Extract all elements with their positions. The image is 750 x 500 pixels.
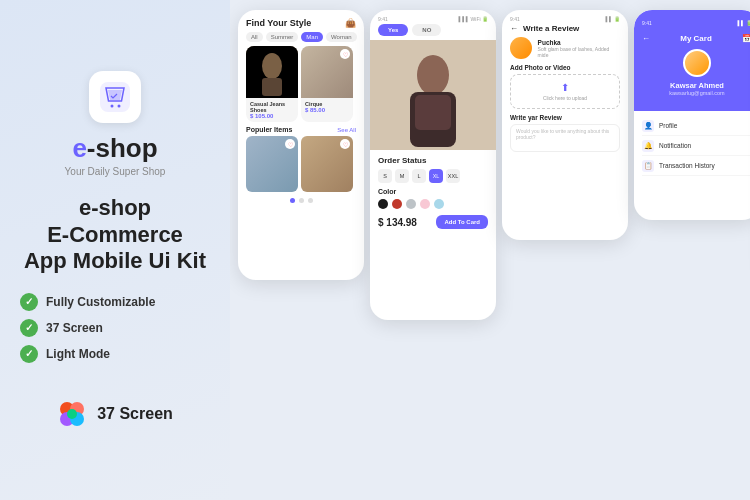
svg-point-7 <box>67 409 77 419</box>
phone3-header: 9:41 ▌▌ 🔋 <box>502 10 628 24</box>
emoji-icon: 👜 <box>345 18 356 28</box>
nav-dot-3[interactable] <box>308 198 313 203</box>
profile-back-icon[interactable]: ← <box>642 34 650 43</box>
color-pink[interactable] <box>420 199 430 209</box>
color-black[interactable] <box>378 199 388 209</box>
feature-item: ✓ Fully Customizable <box>20 293 210 311</box>
popular-cards: ♡ ♡ <box>238 136 364 192</box>
find-style-title: Find Your Style <box>246 18 311 28</box>
svg-rect-14 <box>415 95 451 130</box>
notification-icon: 🔔 <box>642 140 654 152</box>
product-image-1: ♡ <box>246 46 298 98</box>
see-all-link[interactable]: See All <box>337 127 356 133</box>
phone-order-status: 9:41 ▌▌▌ WiFi 🔋 Yes NO Order Status S M … <box>370 10 496 320</box>
menu-item-profile[interactable]: 👤 Profile <box>642 116 750 136</box>
review-title: Write a Review <box>523 24 579 33</box>
write-label: Write yar Review <box>502 114 628 124</box>
add-photo-label: Add Photo or Video <box>502 64 628 74</box>
back-arrow-icon[interactable]: ← <box>510 24 518 33</box>
nav-dot-2[interactable] <box>299 198 304 203</box>
menu-transaction-label: Transaction History <box>659 162 715 169</box>
phones-container: Find Your Style 👜 All Summer Man Woman ♡ <box>230 0 750 500</box>
popular-card-2[interactable]: ♡ <box>301 136 353 192</box>
product-card-1[interactable]: ♡ Casual Jeans Shoes $ 105.00 <box>246 46 298 122</box>
feature-item: ✓ Light Mode <box>20 345 210 363</box>
features-list: ✓ Fully Customizable ✓ 37 Screen ✓ Light… <box>20 293 210 371</box>
size-l[interactable]: L <box>412 169 426 183</box>
product-hero-image <box>370 40 496 150</box>
phone2-statusbar: 9:41 ▌▌▌ WiFi 🔋 <box>370 10 496 24</box>
order-status-title: Order Status <box>378 156 488 165</box>
figma-icon <box>57 399 87 429</box>
size-xl[interactable]: XL <box>429 169 443 183</box>
heart-popular-2[interactable]: ♡ <box>340 139 350 149</box>
product-price: $ 134.98 <box>378 217 417 228</box>
reviewer-info: Puchka Soft glam base of lashes, Added m… <box>538 39 620 58</box>
phone1-header: Find Your Style 👜 <box>238 10 364 32</box>
menu-item-notification[interactable]: 🔔 Notification <box>642 136 750 156</box>
profile-title-label: My Card <box>680 34 712 43</box>
profile-avatar-area: Kawsar Ahmed kawsarlug@gmail.com <box>642 49 750 96</box>
upload-box[interactable]: ⬆ Click here to upload <box>510 74 620 109</box>
review-textarea[interactable]: Would you like to write anything about t… <box>510 124 620 152</box>
nav-dots <box>238 192 364 209</box>
size-s[interactable]: S <box>378 169 392 183</box>
filter-man[interactable]: Man <box>301 32 323 42</box>
product-cards: ♡ Casual Jeans Shoes $ 105.00 ♡ <box>238 46 364 122</box>
feature-item: ✓ 37 Screen <box>20 319 210 337</box>
phone2-body: Order Status S M L XL XXL Color $ 134.98… <box>370 150 496 235</box>
price-row: $ 134.98 Add To Card <box>378 215 488 229</box>
profile-status-bar: 9:41 ▌▌ 🔋 <box>642 20 750 26</box>
reviewer-sub: Soft glam base of lashes, Added mide <box>538 46 620 58</box>
heart-popular-1[interactable]: ♡ <box>285 139 295 149</box>
profile-menu: 👤 Profile 🔔 Notification 📋 Transaction H… <box>634 111 750 181</box>
yes-button[interactable]: Yes <box>378 24 408 36</box>
profile-nav: ← My Card 📅 <box>642 34 750 43</box>
heart-icon-2[interactable]: ♡ <box>340 49 350 59</box>
product-price-1: $ 105.00 <box>250 113 294 119</box>
color-dots <box>378 199 488 209</box>
transaction-icon: 📋 <box>642 160 654 172</box>
product-card-2[interactable]: ♡ Cirque $ 85.00 <box>301 46 353 122</box>
check-icon: ✓ <box>20 319 38 337</box>
filter-all[interactable]: All <box>246 32 263 42</box>
review-nav: ← Write a Review <box>502 24 628 37</box>
no-button[interactable]: NO <box>412 24 441 36</box>
upload-text: Click here to upload <box>543 95 587 101</box>
size-m[interactable]: M <box>395 169 409 183</box>
popular-title: Populer Items <box>246 126 292 133</box>
color-blue[interactable] <box>434 199 444 209</box>
phone-review: 9:41 ▌▌ 🔋 ← Write a Review Puchka Soft g… <box>502 10 628 240</box>
popular-header: Populer Items See All <box>238 126 364 133</box>
svg-point-9 <box>262 53 282 79</box>
screen-count: 37 Screen <box>97 405 173 423</box>
size-xxl[interactable]: XXL <box>446 169 460 183</box>
profile-email: kawsarlug@gmail.com <box>669 90 724 96</box>
reviewer-row: Puchka Soft glam base of lashes, Added m… <box>502 37 628 64</box>
popular-card-1[interactable]: ♡ <box>246 136 298 192</box>
phone-find-style: Find Your Style 👜 All Summer Man Woman ♡ <box>238 10 364 280</box>
bottom-row: 37 Screen <box>57 399 173 429</box>
svg-rect-10 <box>262 78 282 96</box>
calendar-icon[interactable]: 📅 <box>742 34 750 43</box>
color-gray[interactable] <box>406 199 416 209</box>
brand-name: e-shop <box>72 133 157 164</box>
left-panel: e-shop Your Daily Super Shop e-shop E-Co… <box>0 0 230 500</box>
profile-header: 9:41 ▌▌ 🔋 ← My Card 📅 Kawsar Ahmed kawsa… <box>634 10 750 111</box>
svg-point-1 <box>111 105 114 108</box>
color-red[interactable] <box>392 199 402 209</box>
reviewer-avatar <box>510 37 532 59</box>
menu-profile-label: Profile <box>659 122 677 129</box>
filter-summer[interactable]: Summer <box>266 32 299 42</box>
check-icon: ✓ <box>20 293 38 311</box>
profile-icon: 👤 <box>642 120 654 132</box>
filter-tabs: All Summer Man Woman <box>238 32 364 46</box>
product-price-2: $ 85.00 <box>305 107 349 113</box>
profile-name: Kawsar Ahmed <box>670 81 724 90</box>
brand-tagline: Your Daily Super Shop <box>65 166 166 177</box>
menu-item-transaction[interactable]: 📋 Transaction History <box>642 156 750 176</box>
add-to-cart-button[interactable]: Add To Card <box>436 215 488 229</box>
filter-woman[interactable]: Woman <box>326 32 357 42</box>
nav-dot-1[interactable] <box>290 198 295 203</box>
app-title: e-shop E-CommerceApp Mobile Ui Kit <box>24 195 206 274</box>
